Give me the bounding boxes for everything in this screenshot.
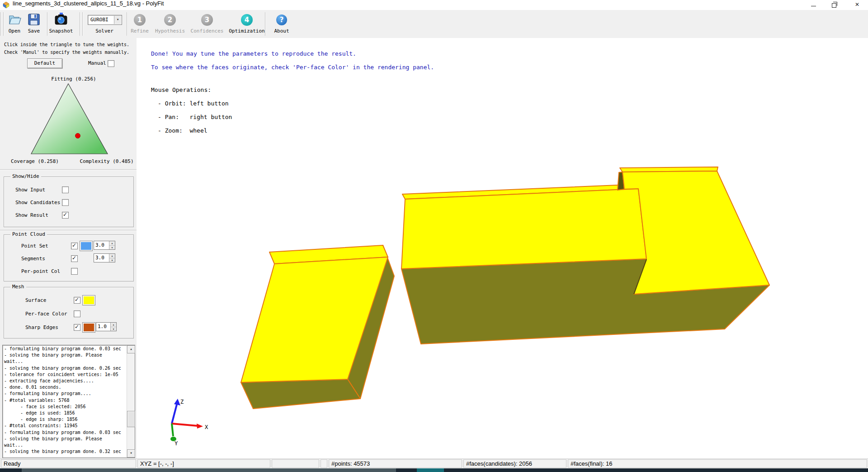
manual-label: Manual (88, 60, 106, 66)
instruction-line-2: Check 'Manul' to specify the weights man… (4, 50, 129, 55)
segments-label: Segments (21, 256, 45, 262)
status-faces-final: #faces(final): 16 (568, 459, 867, 468)
show-candidates-label: Show Candidates (15, 200, 60, 205)
show-input-label: Show Input (15, 187, 45, 193)
hypothesis-button[interactable]: Hypothesis (150, 28, 190, 34)
point-set-label: Point Set (21, 243, 48, 249)
scroll-up-icon[interactable]: ▲ (127, 345, 135, 353)
control-panel: Click inside the triangle to tune the we… (0, 38, 137, 458)
triangle-area[interactable] (31, 84, 108, 154)
status-points: #points: 45573 (329, 459, 462, 468)
per-point-col-checkbox[interactable] (71, 268, 78, 275)
surface-label: Surface (25, 297, 46, 303)
left-box-bottom-face[interactable] (241, 379, 360, 409)
per-face-color-label: Per-face Color (25, 311, 67, 317)
close-icon: ✕ (855, 1, 859, 8)
separator (80, 12, 80, 36)
optimization-button[interactable]: Optimization (226, 28, 267, 34)
sharp-edges-width-value[interactable]: 1.0 (96, 323, 110, 331)
model-center-top-face[interactable] (401, 189, 646, 269)
point-size-spinner[interactable]: 3.0 ▲▼ (94, 241, 115, 250)
save-button[interactable]: Save (24, 28, 44, 34)
optimization-step-icon[interactable]: 4 (241, 14, 253, 26)
solver-dropdown[interactable]: GUROBI ▼ (88, 15, 122, 25)
open-icon[interactable] (8, 13, 22, 26)
log-output[interactable]: - formulating binary program done. 0.03 … (2, 345, 135, 458)
taskbar-edge (0, 468, 868, 472)
x-axis-label: X (205, 424, 208, 430)
status-ready: Ready (1, 459, 136, 468)
spin-down-icon[interactable]: ▼ (109, 258, 115, 262)
z-axis-label: Z (180, 399, 184, 405)
spin-down-icon[interactable]: ▼ (109, 246, 115, 250)
viewport-3d-canvas[interactable]: Done! You may tune the parameters to rep… (137, 38, 868, 458)
sharp-edges-label: Sharp Edges (25, 324, 58, 330)
model-tall-top-face[interactable] (623, 171, 769, 294)
restore-button[interactable] (824, 0, 844, 10)
sharp-edges-width-spinner[interactable]: 1.0 ▲▼ (96, 322, 117, 331)
refine-step-icon[interactable]: 1 (134, 14, 146, 26)
scrollbar-thumb[interactable] (127, 411, 135, 427)
show-result-checkbox[interactable] (62, 212, 69, 219)
taskbar-segment (417, 468, 444, 472)
surface-checkbox[interactable] (74, 297, 80, 304)
show-input-checkbox[interactable] (62, 186, 69, 193)
confidences-button[interactable]: Confidences (187, 28, 227, 34)
default-button[interactable]: Default (27, 58, 62, 68)
reconstructed-model[interactable]: Z X Y (137, 38, 868, 458)
axes-gizmo: Z X Y (170, 399, 208, 447)
surface-color (84, 296, 94, 304)
point-set-color (81, 242, 91, 250)
weights-triangle[interactable] (27, 82, 113, 157)
confidences-step-icon[interactable]: 3 (201, 14, 213, 26)
about-icon[interactable]: ? (276, 14, 287, 25)
spin-down-icon[interactable]: ▼ (111, 327, 116, 331)
complexity-label: Complexity (0.485) (77, 158, 137, 164)
status-faces-candidates: #faces(candidates): 2056 (463, 459, 566, 468)
save-icon[interactable] (28, 13, 40, 26)
sharp-edges-color (84, 324, 94, 331)
per-face-color-checkbox[interactable] (74, 310, 80, 317)
close-button[interactable]: ✕ (846, 0, 868, 10)
separator (3, 12, 4, 36)
divider (0, 230, 137, 231)
per-point-col-label: Per-point Col (21, 268, 60, 274)
weight-handle[interactable] (75, 133, 80, 138)
open-button[interactable]: Open (5, 28, 24, 34)
spin-up-icon[interactable]: ▲ (111, 323, 116, 327)
scroll-down-icon[interactable]: ▼ (127, 449, 135, 458)
segments-checkbox[interactable] (71, 255, 78, 262)
sharp-edges-color-button[interactable] (82, 322, 95, 333)
divider (0, 169, 137, 170)
status-xyz: XYZ = [-, -, -] (137, 459, 270, 468)
point-cloud-title: Point Cloud (10, 231, 47, 237)
sharp-edges-checkbox[interactable] (74, 324, 80, 331)
surface-color-button[interactable] (82, 295, 95, 305)
status-bar: Ready XYZ = [-, -, -] #points: 45573 #fa… (0, 458, 868, 469)
separator (82, 12, 83, 36)
manual-checkbox[interactable] (108, 60, 114, 67)
y-axis-label: Y (175, 440, 178, 447)
show-result-label: Show Result (15, 212, 48, 218)
point-set-checkbox[interactable] (71, 243, 78, 249)
point-set-color-button[interactable] (80, 241, 93, 251)
point-size-value[interactable]: 3.0 (94, 241, 109, 249)
separator (0, 12, 1, 36)
coverage-label: Coverage (0.258) (3, 158, 66, 164)
show-candidates-checkbox[interactable] (62, 199, 69, 206)
log-scrollbar[interactable]: ▲ ▼ (127, 345, 135, 458)
hypothesis-step-icon[interactable]: 2 (164, 14, 176, 26)
chevron-down-icon[interactable]: ▼ (114, 16, 121, 24)
toolbar: Open Save Snapshot GUROBI ▼ Solver 1 Ref… (0, 10, 868, 38)
segments-size-value[interactable]: 3.0 (94, 254, 109, 262)
show-hide-title: Show/Hide (10, 173, 41, 179)
spin-up-icon[interactable]: ▲ (109, 241, 115, 246)
z-axis-arrow-icon (174, 399, 180, 405)
segments-size-spinner[interactable]: 3.0 ▲▼ (94, 253, 115, 262)
solver-value: GUROBI (90, 17, 108, 23)
spin-up-icon[interactable]: ▲ (109, 254, 115, 258)
about-button[interactable]: About (268, 28, 295, 34)
minimize-button[interactable] (803, 0, 824, 10)
snapshot-icon[interactable] (55, 12, 67, 26)
snapshot-button[interactable]: Snapshot (47, 28, 75, 34)
